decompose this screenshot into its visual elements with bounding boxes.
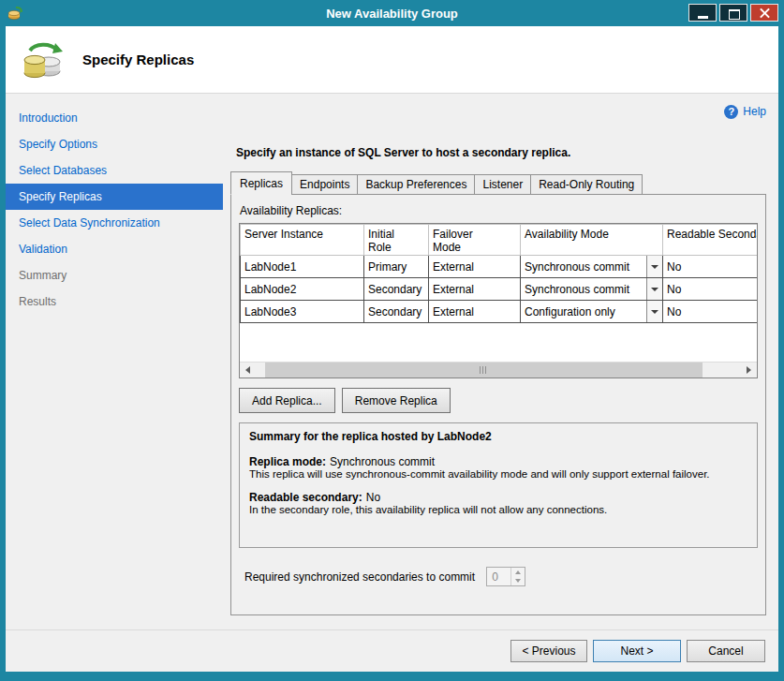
required-secondaries-label: Required synchronized secondaries to com… bbox=[244, 570, 475, 584]
readable-secondary-label: Readable secondary: bbox=[249, 491, 362, 504]
dropdown-value: Synchronous commit bbox=[521, 278, 646, 300]
title-bar: New Availability Group bbox=[0, 0, 784, 26]
window-title: New Availability Group bbox=[0, 7, 784, 21]
help-label[interactable]: Help bbox=[743, 105, 766, 118]
table-row: LabNode1 Primary External Synchronous co… bbox=[241, 256, 759, 278]
sidebar-item-select-databases[interactable]: Select Databases bbox=[6, 157, 223, 184]
cancel-button[interactable]: Cancel bbox=[687, 640, 765, 662]
cell-initial-role[interactable]: Primary bbox=[364, 256, 429, 278]
main-content: Help Specify an instance of SQL Server t… bbox=[223, 94, 778, 629]
tab-strip: Replicas Endpoints Backup Preferences Li… bbox=[230, 171, 766, 195]
required-secondaries-spinner: 0 bbox=[486, 567, 525, 586]
help-icon bbox=[724, 105, 738, 119]
sidebar-item-specify-options[interactable]: Specify Options bbox=[6, 131, 223, 157]
readable-secondary-value: No bbox=[366, 491, 380, 504]
column-header-initial-role: Initial Role bbox=[364, 225, 429, 256]
scroll-right-arrow-icon[interactable] bbox=[741, 363, 757, 378]
replica-mode-value: Synchronous commit bbox=[330, 455, 435, 468]
column-header-failover-mode: Failover Mode bbox=[429, 225, 521, 256]
sidebar-item-select-data-synchronization[interactable]: Select Data Synchronization bbox=[6, 210, 223, 236]
sidebar-item-specify-replicas[interactable]: Specify Replicas bbox=[6, 184, 223, 210]
page-title: Specify Replicas bbox=[82, 52, 194, 67]
availability-mode-dropdown[interactable]: Configuration only bbox=[521, 301, 662, 322]
cell-availability-mode[interactable]: Configuration only bbox=[521, 301, 663, 323]
column-header-readable-secondary: Readable Secondar bbox=[663, 225, 759, 256]
column-header-availability-mode: Availability Mode bbox=[521, 225, 663, 256]
replica-mode-line: Replica mode:Synchronous commit bbox=[249, 455, 747, 468]
sidebar-item-results: Results bbox=[6, 289, 223, 315]
tab-backup-preferences[interactable]: Backup Preferences bbox=[357, 174, 475, 195]
sidebar-item-introduction[interactable]: Introduction bbox=[6, 105, 223, 131]
availability-replicas-label: Availability Replicas: bbox=[240, 204, 758, 217]
replica-mode-label: Replica mode: bbox=[249, 455, 326, 468]
cell-readable-secondary[interactable]: No bbox=[663, 278, 759, 301]
wizard-dialog: Specify Replicas Introduction Specify Op… bbox=[6, 26, 778, 672]
sidebar-item-summary: Summary bbox=[6, 262, 223, 289]
tab-replicas[interactable]: Replicas bbox=[230, 171, 292, 195]
cell-readable-secondary[interactable]: No bbox=[663, 301, 759, 323]
cell-availability-mode[interactable]: Synchronous commit bbox=[521, 256, 663, 278]
availability-mode-dropdown[interactable]: Synchronous commit bbox=[521, 256, 662, 277]
cell-readable-secondary[interactable]: No bbox=[663, 256, 759, 278]
wizard-body: Introduction Specify Options Select Data… bbox=[6, 94, 778, 629]
spinner-value: 0 bbox=[487, 568, 510, 585]
spinner-up-icon bbox=[511, 568, 525, 577]
add-replica-button[interactable]: Add Replica... bbox=[239, 388, 335, 413]
window: New Availability Group Specify Replicas bbox=[0, 0, 784, 681]
cell-initial-role[interactable]: Secondary bbox=[364, 301, 429, 323]
dropdown-value: Configuration only bbox=[521, 301, 646, 322]
replicas-table: Server Instance Initial Role Failover Mo… bbox=[240, 224, 758, 323]
summary-panel: Summary for the replica hosted by LabNod… bbox=[239, 422, 758, 548]
cell-availability-mode[interactable]: Synchronous commit bbox=[521, 278, 663, 301]
readable-secondary-line: Readable secondary:No bbox=[249, 491, 747, 504]
table-row: LabNode2 Secondary External Synchronous … bbox=[241, 278, 759, 301]
database-sync-icon bbox=[21, 37, 66, 82]
wizard-header: Specify Replicas bbox=[6, 26, 778, 94]
spinner-down-icon bbox=[511, 577, 525, 586]
chevron-down-icon[interactable] bbox=[646, 301, 662, 322]
cell-failover-mode[interactable]: External bbox=[429, 278, 521, 301]
minimize-button[interactable] bbox=[688, 4, 717, 22]
chevron-down-icon[interactable] bbox=[646, 256, 662, 277]
window-controls bbox=[688, 4, 778, 22]
previous-button[interactable]: < Previous bbox=[510, 640, 587, 662]
grid-buttons: Add Replica... Remove Replica bbox=[239, 388, 758, 413]
table-row: LabNode3 Secondary External Configuratio… bbox=[241, 301, 759, 323]
chevron-down-icon[interactable] bbox=[646, 278, 662, 300]
horizontal-scrollbar[interactable] bbox=[240, 362, 757, 378]
scrollbar-thumb[interactable] bbox=[265, 363, 702, 378]
cell-server-instance[interactable]: LabNode3 bbox=[241, 301, 364, 323]
spinner-arrows bbox=[510, 568, 525, 585]
dropdown-value: Synchronous commit bbox=[521, 256, 646, 277]
cell-initial-role[interactable]: Secondary bbox=[364, 278, 429, 301]
cell-server-instance[interactable]: LabNode2 bbox=[241, 278, 364, 301]
tab-read-only-routing[interactable]: Read-Only Routing bbox=[530, 174, 643, 195]
next-button[interactable]: Next > bbox=[593, 640, 681, 662]
wizard-steps: Introduction Specify Options Select Data… bbox=[6, 94, 223, 629]
summary-title: Summary for the replica hosted by LabNod… bbox=[249, 430, 747, 443]
help-link[interactable]: Help bbox=[230, 103, 766, 120]
instruction-text: Specify an instance of SQL Server to hos… bbox=[236, 146, 766, 159]
availability-mode-dropdown[interactable]: Synchronous commit bbox=[521, 278, 662, 300]
sidebar-item-validation[interactable]: Validation bbox=[6, 236, 223, 262]
replicas-tab-panel: Availability Replicas: Server Instance I… bbox=[230, 194, 766, 615]
wizard-footer: < Previous Next > Cancel bbox=[6, 629, 778, 672]
tab-listener[interactable]: Listener bbox=[474, 174, 531, 195]
table-header-row: Server Instance Initial Role Failover Mo… bbox=[241, 225, 759, 256]
remove-replica-button[interactable]: Remove Replica bbox=[342, 388, 451, 413]
cell-server-instance[interactable]: LabNode1 bbox=[241, 256, 364, 278]
cell-failover-mode[interactable]: External bbox=[429, 256, 521, 278]
column-header-server-instance: Server Instance bbox=[241, 225, 364, 256]
replica-mode-description: This replica will use synchronous-commit… bbox=[249, 468, 747, 480]
readable-secondary-description: In the secondary role, this availability… bbox=[249, 504, 747, 515]
tab-endpoints[interactable]: Endpoints bbox=[291, 174, 358, 195]
close-button[interactable] bbox=[750, 4, 778, 22]
replicas-grid: Server Instance Initial Role Failover Mo… bbox=[239, 223, 758, 378]
required-secondaries-row: Required synchronized secondaries to com… bbox=[244, 567, 758, 586]
scrollbar-track[interactable] bbox=[256, 363, 741, 378]
cell-failover-mode[interactable]: External bbox=[429, 301, 521, 323]
scroll-left-arrow-icon[interactable] bbox=[240, 363, 256, 378]
maximize-button[interactable] bbox=[719, 4, 747, 22]
